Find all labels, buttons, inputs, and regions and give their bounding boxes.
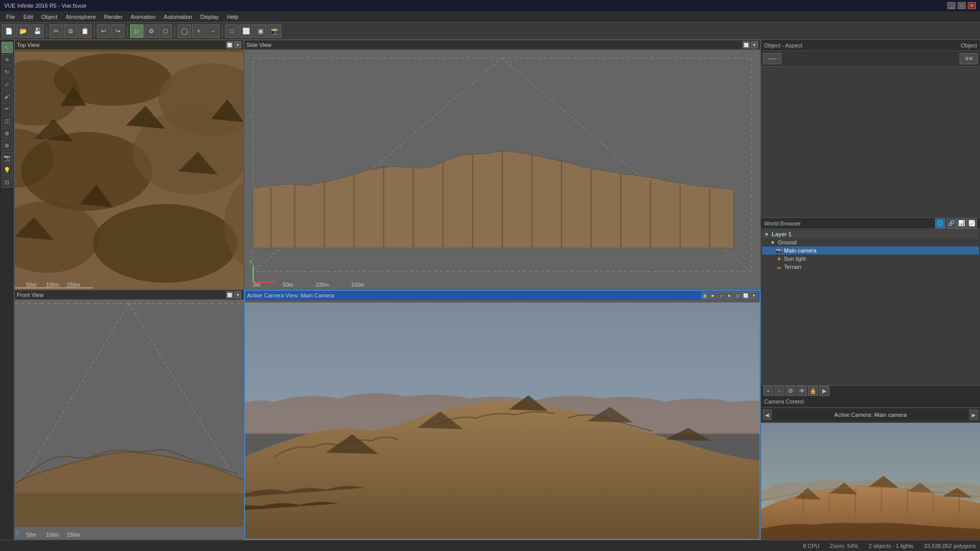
camera-view-render[interactable]: ▶	[709, 292, 717, 299]
cut-button[interactable]: ✂	[50, 24, 63, 38]
remove-tool[interactable]: −	[206, 24, 219, 38]
camera-view-maximize[interactable]: ⬜	[742, 292, 749, 299]
menu-automation[interactable]: Automation	[160, 13, 197, 21]
wb-lock-button[interactable]: 🔒	[808, 386, 818, 396]
menu-edit[interactable]: Edit	[19, 13, 37, 21]
objects-status: 2 objects · 1 lights	[869, 543, 914, 549]
side-view-maximize[interactable]: ⬜	[743, 41, 750, 48]
render-button[interactable]: 📸	[268, 24, 281, 38]
add-object-tool[interactable]: ⊕	[2, 128, 13, 139]
camera-control-header: Camera Control	[761, 396, 980, 408]
sphere-tool[interactable]: ◯	[178, 24, 191, 38]
close-button[interactable]: ✕	[968, 2, 976, 9]
wb-settings-button[interactable]: ⚙	[786, 386, 796, 396]
camera-view-menu[interactable]: ▼	[750, 292, 757, 299]
svg-text:100m: 100m	[46, 532, 59, 538]
side-view-header: Side View ⬜ ▼	[244, 40, 760, 49]
top-view-controls: ⬜ ▼	[226, 41, 241, 48]
select-arrow-tool[interactable]: ↖	[2, 42, 13, 53]
top-view-canvas: X Y 0m 50m 100m 150m	[15, 40, 243, 289]
copy-button[interactable]: ⧉	[64, 24, 77, 38]
menu-atmosphere[interactable]: Atmosphere	[62, 13, 100, 21]
obj-icon-2[interactable]: ⚙⚙	[960, 53, 978, 64]
top-view-header: Top View ⬜ ▼	[15, 40, 243, 49]
redo-button[interactable]: ↪	[111, 24, 125, 38]
tree-item-layer1[interactable]: ▼ Layer 1	[762, 230, 979, 238]
minimize-button[interactable]: _	[947, 2, 955, 9]
camera-next[interactable]: ▶	[970, 410, 978, 420]
tree-item-main-camera[interactable]: 📷 Main camera	[762, 246, 979, 255]
front-view-maximize[interactable]: ⬜	[226, 291, 233, 298]
top-view-panel[interactable]: Top View ⬜ ▼	[14, 40, 244, 290]
menu-animation[interactable]: Animation	[127, 13, 160, 21]
menu-render[interactable]: Render	[100, 13, 127, 21]
view-tool-2[interactable]: ⬜	[239, 24, 253, 38]
front-view-controls: ⬜ ▼	[226, 291, 241, 298]
select-tool[interactable]: ▷	[130, 24, 143, 38]
front-view-menu[interactable]: ▼	[234, 291, 241, 298]
title-bar-controls[interactable]: _ □ ✕	[947, 2, 976, 9]
svg-text:X: X	[272, 280, 276, 285]
side-view-menu[interactable]: ▼	[751, 41, 758, 48]
camera-view-lock[interactable]: 🔒	[701, 292, 708, 299]
world-browser-panel: World Browser 🌐 🔗 📊 📈 ▼ Layer 1 ▼ Ground	[761, 218, 980, 396]
separator-4	[175, 26, 175, 37]
paint-tool[interactable]: ✏	[2, 103, 13, 114]
top-view-maximize[interactable]: ⬜	[226, 41, 233, 48]
obj-icon-1[interactable]: ——	[763, 53, 781, 64]
world-browser-tab-link[interactable]: 🔗	[946, 218, 957, 229]
svg-text:150m: 150m	[67, 282, 80, 288]
add-tool[interactable]: +	[192, 24, 205, 38]
wb-expand-button[interactable]: ▶	[819, 386, 829, 396]
world-browser-tab-world[interactable]: 🌐	[935, 218, 945, 229]
menu-file[interactable]: File	[2, 13, 19, 21]
front-view-panel[interactable]: Front View ⬜ ▼	[14, 290, 244, 540]
view-tool-1[interactable]: □	[225, 24, 238, 38]
menu-object[interactable]: Object	[37, 13, 62, 21]
separator-5	[222, 26, 223, 37]
tree-item-sun-light[interactable]: ☀ Sun light	[762, 255, 979, 263]
rotate-tool[interactable]: ↻	[2, 66, 13, 78]
wb-remove-button[interactable]: −	[774, 386, 785, 396]
tree-item-terrain[interactable]: ⛰ Terrain	[762, 263, 979, 271]
camera-tool[interactable]: 📷	[2, 152, 13, 163]
maximize-button[interactable]: □	[958, 2, 966, 9]
wb-eye-button[interactable]: 👁	[797, 386, 807, 396]
menu-help[interactable]: Help	[223, 13, 243, 21]
camera-view-option2[interactable]: ■	[726, 292, 733, 299]
camera-view-panel[interactable]: Active Camera View: Main Camera 🔒 ▶ z ■ …	[244, 290, 761, 540]
new-button[interactable]: 📄	[2, 24, 15, 38]
camera-prev[interactable]: ◀	[763, 410, 771, 420]
scale-tool[interactable]: ⤢	[2, 79, 13, 90]
world-browser-tab-chart[interactable]: 📈	[967, 218, 977, 229]
paste-button[interactable]: 📋	[78, 24, 91, 38]
remove-object-tool[interactable]: ⊗	[2, 140, 13, 151]
object-aspect-content	[761, 67, 980, 217]
camera-view-option3[interactable]: ⊡	[734, 292, 741, 299]
title-bar: VUE Infinite 2016 R5 - Vue.fsvue _ □ ✕	[0, 0, 980, 11]
menu-display[interactable]: Display	[196, 13, 223, 21]
undo-button[interactable]: ↩	[97, 24, 110, 38]
save-button[interactable]: 💾	[31, 24, 44, 38]
top-view-title: Top View	[17, 42, 39, 48]
light-tool[interactable]: 💡	[2, 164, 13, 176]
view-tool-3[interactable]: ▣	[254, 24, 267, 38]
world-browser-tab-stats[interactable]: 📊	[957, 218, 967, 229]
svg-text:50m: 50m	[283, 282, 293, 288]
camera-view-header: Active Camera View: Main Camera 🔒 ▶ z ■ …	[245, 291, 760, 300]
transform-tool[interactable]: ⚙	[144, 24, 158, 38]
brush-tool[interactable]: 🖌	[2, 91, 13, 102]
open-button[interactable]: 📂	[16, 24, 30, 38]
tree-item-ground[interactable]: ▼ Ground	[762, 238, 979, 246]
separator-2	[94, 26, 94, 37]
side-view-panel[interactable]: Side View ⬜ ▼	[244, 40, 761, 290]
top-view-menu[interactable]: ▼	[234, 41, 241, 48]
wb-add-button[interactable]: +	[763, 386, 773, 396]
extra-tool[interactable]: ⊡	[2, 177, 13, 188]
camera-tree-icon: 📷	[775, 247, 782, 254]
svg-text:150m: 150m	[351, 282, 364, 288]
eraser-tool[interactable]: ◫	[2, 115, 13, 127]
terrain-tool[interactable]: ⬡	[159, 24, 172, 38]
camera-view-option1[interactable]: z	[718, 292, 725, 299]
move-tool[interactable]: ✛	[2, 54, 13, 65]
